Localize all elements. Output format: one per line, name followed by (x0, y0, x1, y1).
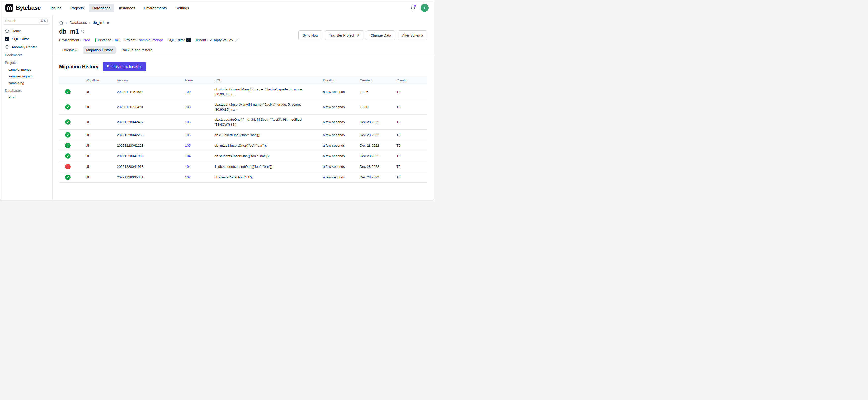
breadcrumb-databases[interactable]: Databases (69, 21, 87, 25)
nav-environments[interactable]: Environments (140, 4, 170, 12)
sidebar-item-sql-editor[interactable]: >_ SQL Editor (3, 35, 50, 43)
issue-link[interactable]: 108 (185, 105, 191, 109)
table-row[interactable]: UI 20230111052527 109 db.students.insert… (59, 84, 427, 99)
status-icon (65, 175, 70, 180)
workflow-cell: UI (83, 161, 114, 172)
bytebase-logo-icon (5, 4, 13, 12)
created-cell: Dec 28 2022 (357, 172, 394, 183)
creator-cell: T0 (394, 161, 427, 172)
nav-issues[interactable]: Issues (47, 4, 65, 12)
establish-baseline-button[interactable]: Establish new baseline (102, 62, 146, 71)
created-cell: 13:08 (357, 99, 394, 115)
sidebar-project-item[interactable]: sample-diagram (3, 73, 50, 80)
table-row[interactable]: UI 20221228042223 105 db_m1.c1.insertOne… (59, 140, 427, 151)
edit-tenant-pencil-icon[interactable] (235, 38, 239, 42)
issue-cell: 106 (182, 115, 212, 130)
bookmark-star-icon[interactable]: ★ (106, 21, 110, 25)
sidebar-project-item[interactable]: sample_mongo (3, 66, 50, 73)
tab-migration-history[interactable]: Migration History (83, 47, 116, 54)
nav-instances[interactable]: Instances (116, 4, 139, 12)
creator-cell: T0 (394, 130, 427, 140)
migration-table: Workflow Version Issue SQL Duration Crea… (59, 76, 427, 183)
table-row[interactable]: UI 20221228042407 106 db.c1.updateOne( {… (59, 115, 427, 130)
alter-schema-button[interactable]: Alter Schema (398, 30, 427, 40)
sync-now-button[interactable]: Sync Now (299, 30, 322, 40)
transfer-project-button[interactable]: Transfer Project ⇄ (325, 30, 364, 40)
search-box[interactable]: ⌘ K (3, 17, 50, 25)
table-row[interactable]: UI 20230111050423 108 db.student.insertM… (59, 99, 427, 115)
project-meta: Project - sample_mongo (124, 38, 163, 42)
col-creator: Creator (394, 76, 427, 84)
mongodb-icon (95, 38, 96, 42)
duration-cell: a few seconds (320, 161, 357, 172)
brand[interactable]: Bytebase (5, 4, 40, 12)
workflow-cell: UI (83, 130, 114, 140)
navbar-right: T (410, 4, 429, 12)
table-row[interactable]: UI 20221228041913 104 1. db.students.ins… (59, 161, 427, 172)
section-title: Migration History (59, 64, 98, 69)
migration-history-header: Migration History Establish new baseline (59, 62, 427, 71)
tab-overview[interactable]: Overview (59, 47, 80, 54)
sidebar-project-item[interactable]: sample-pg (3, 80, 50, 86)
issue-link[interactable]: 106 (185, 120, 191, 124)
breadcrumb: › Databases › db_m1 ★ (53, 16, 434, 25)
sql-editor-link-icon[interactable]: >_ (186, 38, 191, 42)
status-cell (59, 115, 83, 130)
workflow-cell: UI (83, 140, 114, 151)
change-data-label: Change Data (370, 33, 391, 37)
home-icon (5, 29, 9, 33)
version-cell: 20221228042407 (114, 115, 182, 130)
table-row[interactable]: UI 20221228042255 105 db.c1.insertOne({"… (59, 130, 427, 140)
version-cell: 20221228042255 (114, 130, 182, 140)
sidebar-projects-list: sample_mongo sample-diagram sample-pg (3, 66, 50, 86)
instance-label: Instance - (98, 38, 113, 42)
notifications-bell-icon[interactable] (410, 5, 415, 10)
nav-projects[interactable]: Projects (67, 4, 87, 12)
status-cell (59, 84, 83, 99)
nav-settings[interactable]: Settings (172, 4, 192, 12)
issue-link[interactable]: 105 (185, 133, 191, 137)
sync-now-label: Sync Now (303, 33, 318, 37)
issue-cell: 102 (182, 172, 212, 183)
environment-link[interactable]: Prod (83, 38, 90, 42)
header-actions: Sync Now Transfer Project ⇄ Change Data … (299, 30, 427, 40)
sql-cell: db.c1.updateOne( { _id: 3 }, [ { $set: {… (212, 115, 320, 130)
creator-cell: T0 (394, 84, 427, 99)
table-row[interactable]: UI 20221228035331 102 db.createCollectio… (59, 172, 427, 183)
duration-cell: a few seconds (320, 172, 357, 183)
sidebar-item-home[interactable]: Home (3, 27, 50, 35)
duration-cell: a few seconds (320, 84, 357, 99)
issue-link[interactable]: 104 (185, 154, 191, 158)
tab-backup-and-restore[interactable]: Backup and restore (118, 47, 155, 54)
tenant-value: <Empty Value> (210, 38, 234, 42)
sql-cell: db.students.insertOne({"foo": "bar"}); (212, 151, 320, 161)
issue-link[interactable]: 102 (185, 175, 191, 179)
status-icon (65, 132, 70, 137)
sidebar-database-group-item[interactable]: Prod (3, 94, 50, 101)
database-meta-row: Environment - Prod Instance - m1 Project… (59, 38, 243, 42)
change-data-button[interactable]: Change Data (366, 30, 395, 40)
sidebar-item-anomaly-center[interactable]: Anomaly Center (3, 43, 50, 51)
instance-link[interactable]: m1 (115, 38, 120, 42)
issue-cell: 104 (182, 151, 212, 161)
search-input[interactable] (5, 19, 33, 23)
status-icon (65, 104, 70, 110)
nav-databases[interactable]: Databases (89, 4, 114, 12)
search-shortcut-badge: ⌘ K (39, 19, 48, 23)
shield-icon (81, 30, 85, 33)
table-row[interactable]: UI 20221228041938 104 db.students.insert… (59, 151, 427, 161)
breadcrumb-home-icon[interactable] (59, 21, 63, 25)
avatar[interactable]: T (421, 4, 429, 12)
duration-cell: a few seconds (320, 99, 357, 115)
sidebar-section-projects: Projects (3, 58, 50, 66)
issue-link[interactable]: 109 (185, 90, 191, 94)
issue-link[interactable]: 104 (185, 165, 191, 168)
tenant-meta: Tenant - <Empty Value> (195, 38, 239, 42)
notification-dot (414, 4, 416, 6)
issue-link[interactable]: 105 (185, 144, 191, 147)
project-link[interactable]: sample_mongo (139, 38, 163, 42)
version-cell: 20221228042223 (114, 140, 182, 151)
sidebar-item-label: Anomaly Center (11, 45, 37, 49)
migration-table-body: UI 20230111052527 109 db.students.insert… (59, 84, 427, 183)
status-icon (65, 119, 70, 125)
